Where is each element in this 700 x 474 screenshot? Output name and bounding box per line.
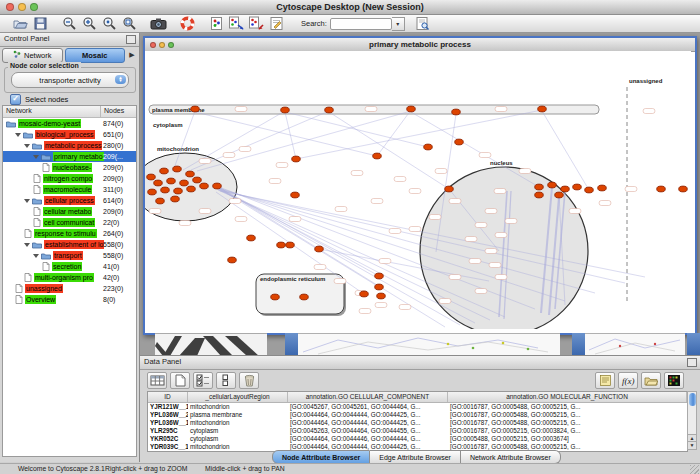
network-edge[interactable]	[183, 111, 285, 170]
network-node[interactable]	[424, 144, 433, 150]
tree-row-biological-process[interactable]: biological_process651(0)	[3, 129, 136, 140]
network-node[interactable]	[679, 186, 688, 192]
tree-row-response-to-stimulu[interactable]: response to stimulu264(0)	[3, 228, 136, 239]
network-node[interactable]	[187, 186, 196, 192]
tab-network[interactable]: Network	[2, 48, 63, 63]
network-nodes-icon[interactable]	[208, 16, 225, 32]
network-node[interactable]	[148, 189, 157, 195]
network-node[interactable]	[228, 257, 237, 263]
network-node[interactable]	[173, 166, 182, 172]
network-export-icon[interactable]	[248, 16, 265, 32]
select-attributes-icon[interactable]	[193, 372, 213, 389]
network-node[interactable]	[548, 182, 557, 188]
network-node[interactable]	[154, 180, 163, 186]
column-header-3[interactable]: annotation.GO MOLECULAR_FUNCTION	[448, 392, 687, 402]
attribute-table-icon[interactable]	[147, 372, 167, 389]
zoom-in-icon[interactable]	[81, 16, 98, 32]
network-node[interactable]	[360, 291, 369, 297]
network-node[interactable]	[171, 196, 180, 202]
table-row[interactable]: YKR052Ccytoplasm[GO:0044464, GO:0044446,…	[148, 435, 687, 443]
search-dropdown-arrow[interactable]: ▾	[392, 17, 405, 31]
network-node[interactable]	[147, 174, 156, 180]
background-window-edge[interactable]	[687, 333, 700, 355]
network-edge[interactable]	[191, 111, 329, 170]
float-panel-icon[interactable]	[687, 358, 697, 367]
network-node[interactable]	[180, 180, 189, 186]
tree-row-primary-metabo[interactable]: primary metabo209(...	[3, 151, 136, 162]
table-row[interactable]: YJR121W__1mitochondrion[GO:0045267, GO:0…	[148, 403, 687, 411]
table-row[interactable]: YLR295Ccytoplasm[GO:0045263, GO:0044464,…	[148, 427, 687, 435]
zoom-fit-icon[interactable]	[121, 16, 138, 32]
network-node[interactable]	[561, 186, 570, 192]
network-node[interactable]	[407, 106, 416, 112]
tab-network-attribute-browser[interactable]: Network Attribute Browser	[461, 450, 561, 464]
tree-row-cellular-metabo[interactable]: cellular metabo209(0)	[3, 206, 136, 217]
network-node[interactable]	[538, 106, 547, 112]
table-scrollbar[interactable]: ▲ ▼	[687, 391, 697, 450]
network-node[interactable]	[325, 107, 334, 113]
tree-row-metabolic-process[interactable]: metabolic process280(0)	[3, 140, 136, 151]
network-node[interactable]	[247, 235, 256, 241]
function-builder-icon[interactable]: f(x)	[618, 372, 638, 389]
tree-row-establishment-of-lo[interactable]: establishment of lo558(0)	[3, 239, 136, 250]
tree-row-mosaic-demo-yeast[interactable]: mosaic-demo-yeast874(0)	[3, 118, 136, 129]
network-node[interactable]	[375, 284, 384, 290]
network-node[interactable]	[445, 186, 454, 192]
tree-row-cell-communicat[interactable]: cell communicat22(0)	[3, 217, 136, 228]
tree-row-transport[interactable]: transport558(0)	[3, 250, 136, 261]
import-attributes-icon[interactable]	[641, 372, 661, 389]
network-node[interactable]	[213, 183, 222, 189]
network-node[interactable]	[193, 177, 202, 183]
network-node[interactable]	[200, 183, 209, 189]
network-canvas[interactable]: plasma membranecytoplasmmitochondrionnuc…	[145, 51, 691, 329]
help-lifesaver-icon[interactable]	[179, 16, 196, 32]
tree-column-network[interactable]: Network	[3, 106, 101, 117]
scroll-down-icon[interactable]: ▼	[688, 441, 696, 449]
network-node[interactable]	[286, 242, 295, 248]
network-node[interactable]	[300, 294, 309, 300]
network-node[interactable]	[292, 156, 301, 162]
scrollbar-thumb[interactable]	[689, 393, 696, 406]
delete-attribute-icon[interactable]	[239, 372, 259, 389]
network-node[interactable]	[598, 185, 607, 191]
background-window-edge[interactable]	[572, 333, 585, 355]
expand-arrow-icon[interactable]	[33, 254, 39, 258]
tab-edge-attribute-browser[interactable]: Edge Attribute Browser	[370, 450, 461, 464]
network-node[interactable]	[167, 178, 176, 184]
tree-row-multi-organism-pro[interactable]: multi-organism pro42(0)	[3, 272, 136, 283]
network-node[interactable]	[585, 187, 594, 193]
zoom-selected-icon[interactable]	[101, 16, 118, 32]
snapshot-icon[interactable]	[150, 16, 167, 32]
tree-row-macromolecule[interactable]: macromolecule311(0)	[3, 184, 136, 195]
select-nodes-checkbox[interactable]: ✓	[10, 94, 21, 105]
tree-row-nitrogen-compo[interactable]: nitrogen compo209(0)	[3, 173, 136, 184]
network-node[interactable]	[174, 188, 183, 194]
network-node[interactable]	[271, 294, 280, 300]
network-node[interactable]	[535, 184, 544, 190]
network-edge[interactable]	[285, 112, 296, 159]
search-config-icon[interactable]	[414, 16, 431, 32]
network-node[interactable]	[315, 246, 324, 252]
tab-node-attribute-browser[interactable]: Node Attribute Browser	[272, 450, 370, 464]
node-color-dropdown[interactable]: transporter activity ▲▼	[11, 72, 129, 88]
network-edge[interactable]	[195, 112, 377, 156]
tab-mosaic[interactable]: Mosaic	[65, 48, 126, 63]
network-node[interactable]	[156, 198, 165, 204]
network-node[interactable]	[377, 293, 386, 299]
tree-column-nodes[interactable]: Nodes	[101, 106, 136, 117]
table-row[interactable]: YPL036W__2plasma membrane[GO:0044464, GO…	[148, 411, 687, 419]
network-edge[interactable]	[542, 111, 589, 190]
network-node[interactable]	[281, 107, 290, 113]
background-window-canvas[interactable]	[298, 333, 560, 355]
notes-icon[interactable]	[595, 372, 615, 389]
network-node[interactable]	[452, 109, 461, 115]
network-edge[interactable]	[377, 110, 411, 156]
network-edge[interactable]	[296, 110, 542, 159]
expand-arrow-icon[interactable]	[33, 155, 39, 159]
unselect-attributes-icon[interactable]	[216, 372, 236, 389]
tree-row-unassigned[interactable]: unassigned223(0)	[3, 283, 136, 294]
table-row[interactable]: YPL036W__1mitochondrion[GO:0044464, GO:0…	[148, 419, 687, 427]
network-import-icon[interactable]	[228, 16, 245, 32]
expand-arrow-icon[interactable]	[24, 144, 30, 148]
network-node[interactable]	[555, 192, 564, 198]
